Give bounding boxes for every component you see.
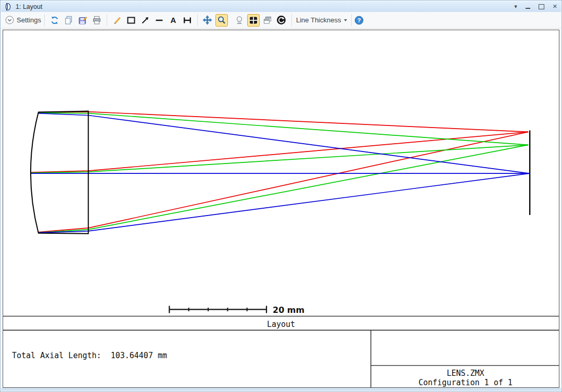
settings-label: Settings bbox=[17, 16, 41, 24]
lens-file-name: LENS.ZMX bbox=[372, 369, 559, 378]
save-icon bbox=[78, 16, 87, 25]
print-icon bbox=[92, 16, 101, 25]
scale-bar-label: 20 mm bbox=[273, 305, 304, 315]
toolbar: Settings bbox=[1, 12, 561, 29]
toolbar-group-file bbox=[46, 14, 106, 27]
toolbar-group-view bbox=[231, 14, 290, 27]
settings-button[interactable]: Settings bbox=[3, 15, 43, 26]
ray-field2-bottom-marginal bbox=[39, 145, 528, 233]
chevron-down-circle-icon bbox=[5, 16, 14, 24]
line-icon bbox=[155, 16, 164, 25]
chevron-down-icon bbox=[344, 19, 347, 21]
layout-diagram bbox=[3, 30, 559, 387]
pan-tool-button[interactable] bbox=[201, 14, 214, 27]
toolbar-separator bbox=[291, 14, 292, 26]
toolbar-separator bbox=[44, 14, 45, 26]
dimension-icon bbox=[183, 16, 192, 25]
pan-icon bbox=[202, 15, 212, 25]
cascade-windows-icon bbox=[263, 16, 272, 25]
rectangle-tool-button[interactable] bbox=[125, 14, 137, 27]
toolbar-separator bbox=[197, 14, 198, 26]
window-title: 1: Layout bbox=[16, 3, 42, 10]
layout-plot-panel[interactable]: 20 mm Layout Total Axial Length: 103.644… bbox=[3, 30, 559, 388]
total-axial-length-text: Total Axial Length: 103.64407 mm bbox=[12, 351, 167, 360]
arrow-icon bbox=[140, 16, 150, 25]
toolbar-separator bbox=[351, 14, 352, 26]
toolbar-group-navigate bbox=[199, 14, 231, 27]
cascade-windows-button[interactable] bbox=[261, 14, 274, 27]
line-tool-button[interactable] bbox=[153, 14, 165, 27]
print-button[interactable] bbox=[91, 14, 103, 27]
ray-field3-bottom-marginal bbox=[39, 132, 528, 232]
ray-field3-chief bbox=[31, 132, 528, 172]
reset-view-button[interactable] bbox=[275, 14, 288, 27]
refresh-button[interactable] bbox=[48, 14, 61, 27]
quad-view-button[interactable] bbox=[247, 14, 260, 27]
app-window: 1: Layout ▾ ✕ Settings bbox=[0, 0, 562, 392]
configuration-text: Configuration 1 of 1 bbox=[372, 378, 559, 387]
quad-view-icon bbox=[249, 16, 258, 25]
svg-text:?: ? bbox=[357, 17, 361, 23]
line-thickness-dropdown[interactable]: Line Thickness bbox=[293, 15, 350, 25]
zoom-tool-button[interactable] bbox=[215, 14, 228, 27]
lens-app-icon bbox=[5, 3, 12, 11]
help-button[interactable]: ? bbox=[353, 14, 365, 27]
title-bar: 1: Layout ▾ ✕ bbox=[1, 1, 561, 12]
save-button[interactable] bbox=[76, 14, 89, 27]
pencil-icon bbox=[112, 16, 122, 25]
lamp-icon bbox=[235, 16, 244, 25]
window-frame-bottom bbox=[1, 388, 561, 391]
close-icon[interactable]: ✕ bbox=[553, 4, 557, 9]
dimension-tool-button[interactable] bbox=[181, 14, 194, 27]
window-controls: ▾ ✕ bbox=[514, 4, 557, 9]
ray-field1-top-marginal bbox=[39, 113, 529, 174]
text-A-icon: A bbox=[171, 16, 176, 24]
window-menu-icon[interactable]: ▾ bbox=[514, 4, 517, 9]
zoom-icon bbox=[217, 16, 226, 25]
line-thickness-label: Line Thickness bbox=[296, 16, 341, 24]
ray-field1-bottom-marginal bbox=[39, 173, 529, 233]
rectangle-icon bbox=[126, 16, 136, 25]
toolbar-separator bbox=[107, 14, 107, 26]
plot-title: Layout bbox=[3, 320, 559, 329]
lamp-button[interactable] bbox=[233, 14, 246, 27]
arrow-tool-button[interactable] bbox=[139, 14, 151, 27]
minimize-icon[interactable] bbox=[526, 8, 530, 9]
copy-button[interactable] bbox=[62, 14, 75, 27]
text-tool-button[interactable]: A bbox=[167, 14, 180, 27]
reset-icon bbox=[276, 15, 286, 25]
maximize-icon[interactable] bbox=[539, 4, 544, 9]
refresh-icon bbox=[50, 16, 59, 25]
copy-icon bbox=[64, 16, 73, 25]
pencil-tool-button[interactable] bbox=[111, 14, 123, 27]
help-icon: ? bbox=[354, 16, 364, 25]
toolbar-group-annotate: A bbox=[108, 14, 196, 27]
